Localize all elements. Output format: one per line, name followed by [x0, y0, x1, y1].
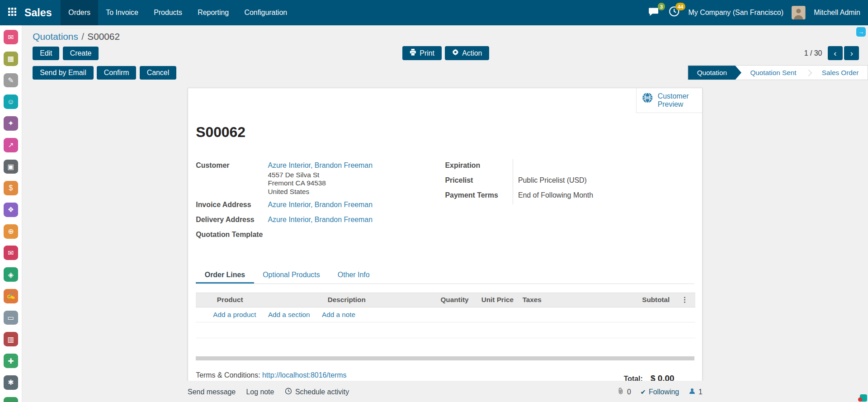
terms-link[interactable]: http://localhost:8016/terms: [262, 371, 347, 379]
pager-next-button[interactable]: ›: [844, 46, 859, 60]
add-a-section-link[interactable]: Add a section: [268, 311, 310, 318]
activities-menu-button[interactable]: 44: [668, 7, 680, 19]
column-subtotal[interactable]: Subtotal: [634, 293, 674, 307]
gear-icon: [452, 49, 459, 57]
app-name[interactable]: Sales: [24, 7, 52, 19]
create-button[interactable]: Create: [63, 47, 99, 60]
tab-optional-products[interactable]: Optional Products: [254, 265, 329, 284]
customer-label: Customer: [196, 159, 268, 198]
app-menu: Orders To Invoice Products Reporting Con…: [61, 0, 295, 25]
sidebar-app-inventory[interactable]: ▥: [4, 332, 18, 346]
cancel-button[interactable]: Cancel: [140, 66, 176, 80]
sidebar-app-calendar[interactable]: ▦: [4, 52, 18, 66]
following-button[interactable]: ✔ Following: [641, 388, 679, 396]
followers-button[interactable]: 1: [689, 388, 703, 397]
tab-other-info[interactable]: Other Info: [329, 265, 378, 284]
pager-previous-button[interactable]: ‹: [828, 46, 843, 60]
messages-menu-button[interactable]: 3: [647, 7, 660, 19]
confirm-button[interactable]: Confirm: [97, 66, 137, 80]
quotation-template-label: Quotation Template: [196, 228, 268, 243]
sidebar-app-point-of-sale[interactable]: ▭: [4, 311, 18, 325]
sidebar-app-invoicing[interactable]: $: [4, 181, 18, 195]
menu-configuration[interactable]: Configuration: [236, 0, 295, 25]
sidebar-app-dashboards[interactable]: ▣: [4, 160, 18, 174]
address-line-3: United States: [268, 188, 445, 196]
pricelist-value[interactable]: Public Pricelist (USD): [513, 174, 694, 189]
add-a-product-link[interactable]: Add a product: [213, 311, 256, 318]
expiration-value[interactable]: [513, 159, 694, 174]
notebook-tabs: Order Lines Optional Products Other Info: [196, 265, 694, 284]
sidebar-app-repairs[interactable]: ✚: [4, 354, 18, 368]
status-chevron-icon: [805, 66, 813, 80]
payment-terms-value[interactable]: End of Following Month: [513, 189, 694, 204]
activities-badge: 44: [675, 3, 686, 10]
column-options-icon[interactable]: ⋮: [674, 293, 695, 307]
sidebar-app-notes[interactable]: ✎: [4, 73, 18, 88]
column-quantity[interactable]: Quantity: [436, 293, 471, 307]
apps-menu-button[interactable]: [0, 0, 24, 25]
tab-order-lines[interactable]: Order Lines: [196, 265, 254, 284]
send-message-button[interactable]: Send message: [188, 388, 236, 396]
sidebar-app-loyalty[interactable]: ◈: [4, 267, 18, 282]
sidebar-app-email-marketing[interactable]: ✉: [4, 246, 18, 260]
printer-icon: [410, 49, 416, 57]
pos-icon: ▭: [7, 313, 14, 322]
breadcrumb-quotations[interactable]: Quotations: [33, 31, 78, 42]
status-quotation-sent[interactable]: Quotation Sent: [741, 66, 805, 80]
extension-icon[interactable]: →: [856, 27, 866, 37]
sidebar-app-maintenance[interactable]: ✱: [4, 375, 18, 390]
form-view: Customer Preview S00062 Customer Azure I…: [22, 80, 868, 381]
control-panel: Quotations / S00062 Edit Create Print: [22, 25, 868, 80]
status-sales-order[interactable]: Sales Order: [813, 66, 868, 80]
address-line-1: 4557 De Silva St: [268, 171, 445, 180]
menu-orders[interactable]: Orders: [61, 0, 98, 25]
edit-button[interactable]: Edit: [33, 47, 59, 60]
column-unit-price[interactable]: Unit Price: [471, 293, 518, 307]
status-quotation[interactable]: Quotation: [688, 66, 741, 80]
send-by-email-button[interactable]: Send by Email: [33, 66, 93, 80]
sales-icon: ↗: [8, 141, 14, 149]
workspace: ✉ ▦ ✎ ☺ ✦ ↗ ▣ $ ❖ ⊕ ✉ ◈ ✍ ▭ ▥ ✚ ✱ ☺ → Qu…: [0, 25, 868, 402]
add-line-row: Add a product Add a section Add a note: [196, 307, 695, 322]
delivery-address-value[interactable]: Azure Interior, Brandon Freeman: [268, 216, 373, 223]
customer-preview-label: Customer Preview: [658, 92, 697, 109]
column-product[interactable]: Product: [212, 293, 323, 307]
notes-icon: ✎: [8, 76, 14, 85]
user-avatar[interactable]: [792, 6, 806, 20]
delivery-address-label: Delivery Address: [196, 213, 268, 228]
column-taxes[interactable]: Taxes: [518, 293, 634, 307]
sidebar-app-sales[interactable]: ↗: [4, 138, 18, 152]
log-note-button[interactable]: Log note: [246, 388, 274, 396]
customer-preview-button[interactable]: Customer Preview: [636, 88, 702, 113]
globe-icon: ⊕: [8, 227, 14, 236]
table-horizontal-scrollbar[interactable]: [196, 356, 694, 360]
action-button[interactable]: Action: [445, 46, 489, 60]
invoice-address-label: Invoice Address: [196, 199, 268, 213]
invoice-address-value[interactable]: Azure Interior, Brandon Freeman: [268, 201, 373, 208]
box-icon: ▥: [7, 335, 14, 344]
menu-reporting[interactable]: Reporting: [190, 0, 236, 25]
add-a-note-link[interactable]: Add a note: [322, 311, 355, 318]
total-block: Total: $ 0.00: [624, 371, 675, 381]
sidebar-app-apps-store[interactable]: ❖: [4, 203, 18, 217]
column-description[interactable]: Description: [323, 293, 436, 307]
company-switcher[interactable]: My Company (San Francisco): [689, 9, 783, 17]
record-title: S00062: [196, 124, 694, 141]
sidebar-app-sign[interactable]: ✍: [4, 289, 18, 303]
attachments-button[interactable]: 0: [617, 388, 631, 397]
schedule-activity-button[interactable]: Schedule activity: [285, 388, 349, 397]
quotation-template-value[interactable]: [268, 228, 445, 243]
sidebar-app-website[interactable]: ⊕: [4, 224, 18, 239]
customer-value[interactable]: Azure Interior, Brandon Freeman: [268, 161, 373, 169]
sidebar-app-discuss[interactable]: ✉: [4, 30, 18, 44]
terms-label: Terms & Conditions:: [196, 371, 260, 379]
menu-products[interactable]: Products: [146, 0, 190, 25]
menu-to-invoice[interactable]: To Invoice: [98, 0, 146, 25]
user-menu[interactable]: Mitchell Admin: [814, 9, 860, 17]
expiration-label: Expiration: [445, 159, 512, 174]
sidebar-app-crm[interactable]: ✦: [4, 116, 18, 131]
sidebar-app-contacts[interactable]: ☺: [4, 95, 18, 109]
print-button[interactable]: Print: [402, 46, 442, 60]
chat-widget-icon[interactable]: [860, 394, 867, 402]
sidebar-app-employees[interactable]: ☺: [4, 397, 18, 402]
